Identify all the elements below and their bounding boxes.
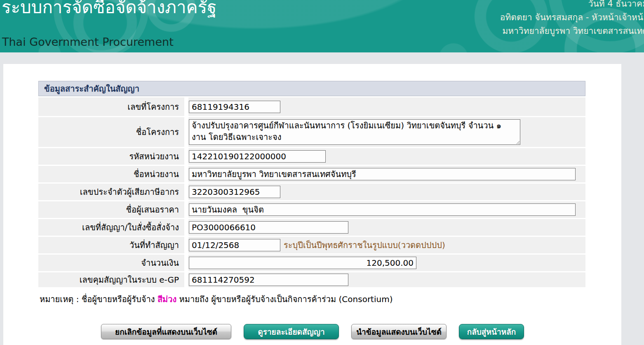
column-divider xyxy=(184,255,188,271)
column-divider xyxy=(184,272,188,287)
contract-summary-form: ข้อมูลสาระสำคัญในสัญญา เลขที่โครงการ ชื่… xyxy=(38,81,585,287)
agency-name-input[interactable] xyxy=(189,168,576,180)
column-divider xyxy=(184,97,188,116)
action-button-row: ยกเลิกข้อมูลที่แสดงบนเว็บไซต์ ดูรายละเอี… xyxy=(3,324,621,339)
field-label: เลขที่โครงการ xyxy=(38,100,184,113)
cancel-published-data-button[interactable]: ยกเลิกข้อมูลที่แสดงบนเว็บไซต์ xyxy=(101,324,231,339)
back-to-home-button[interactable]: กลับสู่หน้าหลัก xyxy=(459,324,524,339)
consortium-note: หมายเหตุ : ชื่อผู้ขายหรือผู้รับจ้าง สีม่… xyxy=(40,293,621,306)
app-title-thai: ระบบการจัดซื้อจัดจ้างภาครัฐ xyxy=(2,0,216,21)
form-row-contract-date: วันที่ทำสัญญา ระบุปีเป็นปีพุทธศักราชในรู… xyxy=(38,237,585,253)
field-label: ชื่อหน่วยงาน xyxy=(38,168,184,181)
publish-data-button[interactable]: นำข้อมูลแสดงบนเว็บไซต์ xyxy=(351,324,447,339)
project-number-input[interactable] xyxy=(189,101,280,113)
form-row-agency-name: ชื่อหน่วยงาน xyxy=(38,166,585,182)
main-content-panel: ข้อมูลสาระสำคัญในสัญญา เลขที่โครงการ ชื่… xyxy=(3,64,621,345)
header-user-info: วันที่ 4 ธันวาคม อทิตตยา จันทรสมสกุล - ห… xyxy=(500,0,644,38)
note-highlight-purple: สีม่วง xyxy=(157,294,176,304)
date-format-hint: ระบุปีเป็นปีพุทธศักราชในรูปแบบ(ววดดปปปป) xyxy=(284,239,445,252)
bidder-name-input[interactable] xyxy=(189,203,576,216)
note-prefix: หมายเหตุ : ชื่อผู้ขายหรือผู้รับจ้าง xyxy=(40,294,157,304)
field-label: วันที่ทำสัญญา xyxy=(38,239,184,252)
column-divider xyxy=(184,219,188,236)
section-title: ข้อมูลสาระสำคัญในสัญญา xyxy=(38,81,585,96)
form-row-contract-number: เลขที่สัญญา/ใบสั่งซื้อสั่งจ้าง xyxy=(38,219,585,236)
form-row-taxpayer-id: เลขประจำตัวผู้เสียภาษีอากร xyxy=(38,184,585,200)
column-divider xyxy=(184,184,188,200)
agency-code-input[interactable] xyxy=(189,150,326,163)
form-row-egp-control-number: เลขคุมสัญญาในระบบ e-GP xyxy=(38,272,585,287)
taxpayer-id-input[interactable] xyxy=(189,186,280,198)
field-label: เลขประจำตัวผู้เสียภาษีอากร xyxy=(38,185,184,198)
contract-number-input[interactable] xyxy=(189,221,348,234)
project-name-textarea[interactable]: จ้างปรับปรุงอาคารศูนย์กีฬาและนันทนาการ (… xyxy=(189,119,520,145)
field-label: เลขที่สัญญา/ใบสั่งซื้อสั่งจ้าง xyxy=(38,221,184,234)
column-divider xyxy=(184,201,188,218)
column-divider xyxy=(184,166,188,182)
field-label: ชื่อโครงการ xyxy=(38,125,184,139)
view-contract-detail-button[interactable]: ดูรายละเอียดสัญญา xyxy=(244,324,339,339)
egp-control-number-input[interactable] xyxy=(189,274,348,286)
amount-input[interactable] xyxy=(189,257,416,269)
form-row-bidder-name: ชื่อผู้เสนอราคา xyxy=(38,201,585,218)
form-row-project-number: เลขที่โครงการ xyxy=(38,97,585,116)
form-row-project-name: ชื่อโครงการ จ้างปรับปรุงอาคารศูนย์กีฬาแล… xyxy=(38,117,585,147)
field-label: ชื่อผู้เสนอราคา xyxy=(38,203,184,216)
column-divider xyxy=(184,148,188,165)
form-row-amount: จำนวนเงิน xyxy=(38,255,585,271)
app-header: ระบบการจัดซื้อจัดจ้างภาครัฐ Thai Governm… xyxy=(0,0,644,52)
column-divider xyxy=(184,237,188,253)
field-label: เลขคุมสัญญาในระบบ e-GP xyxy=(38,273,184,286)
column-divider xyxy=(184,117,188,147)
note-suffix: หมายถึง ผู้ขายหรือผู้รับจ้างเป็นกิจการค้… xyxy=(176,294,393,304)
contract-date-input[interactable] xyxy=(189,239,280,251)
field-label: จำนวนเงิน xyxy=(38,256,184,269)
user-name-role: อทิตตยา จันทรสมสกุล - หัวหน้าเจ้าหน้า xyxy=(500,11,644,24)
user-organization: มหาวิทยาลัยบูรพา วิทยาเขตสารสนเทศ xyxy=(500,24,644,38)
app-title-english: Thai Government Procurement xyxy=(2,35,174,48)
current-date: วันที่ 4 ธันวาคม xyxy=(500,0,644,11)
form-row-agency-code: รหัสหน่วยงาน xyxy=(38,148,585,165)
field-label: รหัสหน่วยงาน xyxy=(38,150,184,163)
